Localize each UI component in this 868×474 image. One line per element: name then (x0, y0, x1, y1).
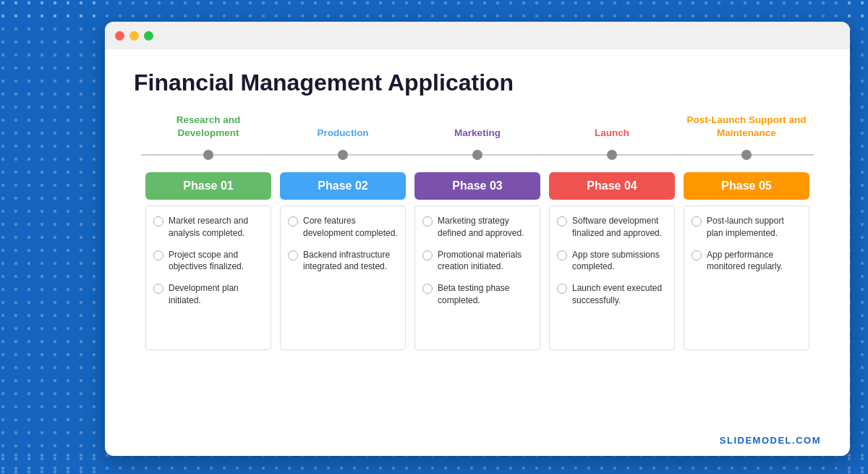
timeline-header: Research and Development Production Mark… (134, 114, 821, 146)
task-item: Software development finalized and appro… (557, 215, 667, 240)
timeline-dot-5 (741, 150, 752, 160)
phase-header-2: Production (276, 127, 410, 147)
phase4-badge: Phase 04 (549, 172, 675, 200)
main-window: Financial Management Application Researc… (105, 22, 850, 456)
phase2-label: Production (281, 127, 404, 140)
task-circle-icon (557, 284, 567, 294)
task-text: Launch event executed successfully. (572, 282, 667, 307)
phase1-label: Research and Development (147, 114, 270, 139)
phases-row: Phase 01 Market research and analysis co… (134, 172, 821, 350)
phase5-label: Post-Launch Support and Maintenance (685, 114, 808, 139)
page-title: Financial Management Application (134, 69, 821, 96)
timeline-dot-4 (607, 150, 617, 160)
phase-header-4: Launch (545, 127, 679, 147)
task-item: App performance monitored regularly. (692, 249, 801, 274)
task-item: Beta testing phase completed. (422, 282, 532, 307)
task-item: App store submissions completed. (557, 249, 667, 274)
phase2-badge: Phase 02 (280, 172, 406, 200)
task-text: Software development finalized and appro… (572, 215, 667, 240)
task-circle-icon (422, 216, 433, 227)
task-text: Core features development completed. (303, 215, 398, 240)
dot-col-1 (141, 150, 276, 160)
phase5-badge: Phase 05 (684, 172, 809, 200)
timeline-dot-1 (203, 150, 213, 160)
task-text: Post-launch support plan implemented. (707, 215, 801, 240)
watermark: SLIDEMODEL.COM (720, 435, 821, 446)
phase1-badge: Phase 01 (145, 172, 271, 200)
task-text: Market research and analysis completed. (169, 215, 263, 240)
phase3-label: Marketing (416, 127, 539, 140)
task-text: App store submissions completed. (572, 249, 667, 274)
task-circle-icon (692, 250, 702, 261)
task-text: Beta testing phase completed. (438, 282, 532, 307)
phase-header-1: Research and Development (141, 114, 276, 146)
task-circle-icon (422, 284, 433, 294)
phase-col-3: Phase 03 Marketing strategy defined and … (410, 172, 545, 350)
phase5-card: Post-launch support plan implemented. Ap… (684, 206, 809, 350)
task-item: Launch event executed successfully. (557, 282, 667, 307)
phase-col-5: Phase 05 Post-launch support plan implem… (679, 172, 814, 350)
task-text: Development plan initiated. (169, 282, 263, 307)
maximize-button[interactable] (144, 31, 153, 41)
task-item: Development plan initiated. (153, 282, 263, 307)
timeline-dot-3 (472, 150, 482, 160)
task-text: Promotional materials creation initiated… (438, 249, 532, 274)
phase1-card: Market research and analysis completed. … (145, 206, 271, 350)
task-circle-icon (153, 250, 163, 261)
close-button[interactable] (115, 31, 124, 41)
dot-col-2 (276, 150, 410, 160)
timeline-line (141, 146, 814, 164)
window-titlebar (105, 22, 850, 49)
phase3-badge: Phase 03 (414, 172, 540, 200)
svg-rect-1 (0, 0, 105, 474)
task-item: Project scope and objectives finalized. (153, 249, 263, 274)
task-circle-icon (692, 216, 702, 227)
task-text: Project scope and objectives finalized. (169, 249, 263, 274)
minimize-button[interactable] (129, 31, 139, 41)
task-circle-icon (557, 216, 567, 227)
task-text: App performance monitored regularly. (707, 249, 801, 274)
task-circle-icon (288, 216, 298, 227)
task-circle-icon (557, 250, 567, 261)
timeline-dots (141, 150, 814, 160)
timeline-dot-2 (338, 150, 348, 160)
task-item: Promotional materials creation initiated… (422, 249, 532, 274)
task-item: Backend infrastructure integrated and te… (288, 249, 398, 274)
task-circle-icon (153, 216, 163, 227)
task-circle-icon (288, 250, 298, 261)
phase3-card: Marketing strategy defined and approved.… (414, 206, 540, 350)
task-circle-icon (153, 284, 163, 294)
phase2-card: Core features development completed. Bac… (280, 206, 406, 350)
task-item: Post-launch support plan implemented. (692, 215, 801, 240)
phase-header-3: Marketing (410, 127, 545, 147)
window-content: Financial Management Application Researc… (105, 49, 850, 365)
task-circle-icon (422, 250, 433, 261)
phase-header-5: Post-Launch Support and Maintenance (679, 114, 814, 146)
task-item: Core features development completed. (288, 215, 398, 240)
phase-col-2: Phase 02 Core features development compl… (276, 172, 410, 350)
dot-col-3 (410, 150, 545, 160)
dot-col-4 (545, 150, 679, 160)
phase-col-1: Phase 01 Market research and analysis co… (141, 172, 276, 350)
phase4-label: Launch (550, 127, 673, 140)
task-item: Market research and analysis completed. (153, 215, 263, 240)
phase4-card: Software development finalized and appro… (549, 206, 675, 350)
task-text: Backend infrastructure integrated and te… (303, 249, 398, 274)
dot-col-5 (679, 150, 814, 160)
task-text: Marketing strategy defined and approved. (438, 215, 532, 240)
task-item: Marketing strategy defined and approved. (422, 215, 532, 240)
phase-col-4: Phase 04 Software development finalized … (545, 172, 679, 350)
